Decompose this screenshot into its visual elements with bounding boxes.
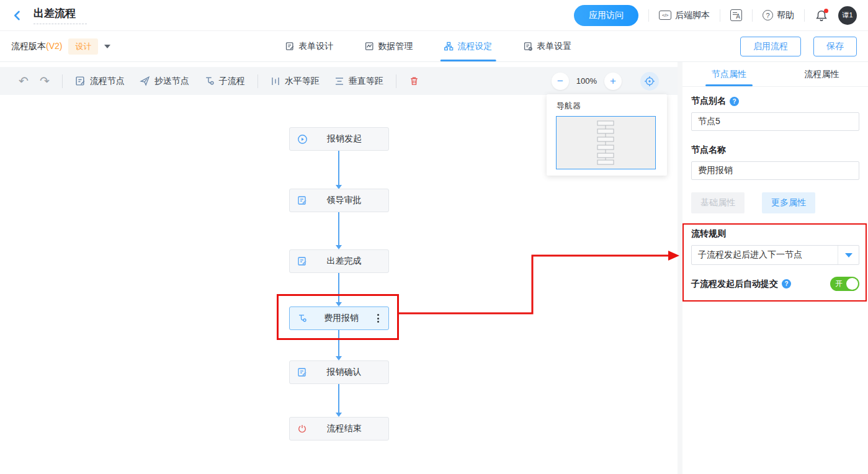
tab-form-settings[interactable]: 表单设置 [522, 31, 573, 61]
divider [720, 9, 720, 22]
properties-panel: 节点属性 流程属性 节点别名 ? 节点名称 基础属性 更多属性 流转规则 子流程… [682, 62, 868, 474]
zoom-out-button[interactable]: − [552, 73, 569, 90]
code-icon: </> [659, 11, 671, 20]
tab-form-design[interactable]: 表单设计 [284, 31, 334, 61]
doc-edit-icon [297, 367, 307, 377]
power-icon [297, 424, 307, 434]
vertical-space-button[interactable]: 垂直等距 [334, 76, 383, 87]
tab-data-manage[interactable]: 数据管理 [363, 31, 414, 61]
flow-rule-value: 子流程发起后进入下一节点 [692, 249, 838, 261]
back-icon[interactable] [11, 9, 25, 22]
flow-node-end[interactable]: 流程结束 [289, 417, 389, 440]
zoom-in-button[interactable]: + [604, 73, 622, 90]
tab-node-properties[interactable]: 节点属性 [682, 62, 776, 86]
flow-node-expense[interactable]: 费用报销 [289, 306, 389, 330]
navigator-minimap[interactable] [556, 116, 656, 169]
node-alias-label: 节点别名 ? [691, 96, 859, 107]
redo-icon[interactable]: ↷ [40, 75, 50, 87]
flow-node-approval[interactable]: 领导审批 [289, 189, 389, 212]
subheader: 流程版本(V2) 设计 表单设计 数据管理 流程设定 表单设置 启用流程 保存 [0, 31, 868, 62]
node-name-label: 节点名称 [691, 145, 859, 156]
help-button[interactable]: ? 帮助 [763, 10, 794, 21]
add-cc-node-button[interactable]: 抄送节点 [140, 76, 189, 87]
subflow-icon [297, 313, 307, 323]
page-title: 出差流程 [34, 6, 87, 20]
question-icon: ? [763, 10, 773, 20]
flow-rule-label: 流转规则 [691, 228, 859, 239]
flow-connector [338, 330, 339, 356]
undo-icon[interactable]: ↶ [19, 75, 29, 87]
canvas-toolbar: ↶ ↷ 流程节点 抄送节点 子流程 水平等距 [0, 67, 678, 95]
tab-process-properties[interactable]: 流程属性 [776, 62, 868, 86]
enable-process-button[interactable]: 启用流程 [740, 37, 801, 56]
main-area: ↶ ↷ 流程节点 抄送节点 子流程 水平等距 [0, 62, 868, 474]
version-caret-icon[interactable] [104, 45, 110, 48]
divider [804, 9, 805, 22]
navigator-title: 导航器 [547, 94, 667, 116]
avatar[interactable]: 谭1 [838, 6, 857, 25]
panel-scrollbar[interactable] [678, 62, 682, 474]
divider [257, 74, 258, 88]
notification-bell-icon[interactable] [815, 9, 828, 22]
flow-node-start[interactable]: 报销发起 [289, 127, 389, 151]
chevron-down-icon[interactable] [838, 246, 859, 264]
basic-properties-button[interactable]: 基础属性 [691, 192, 745, 213]
divider [62, 74, 63, 88]
module-tabs: 表单设计 数据管理 流程设定 表单设置 [284, 31, 573, 61]
title-underline [34, 24, 87, 24]
horizontal-space-button[interactable]: 水平等距 [271, 76, 320, 87]
flow-node-confirm[interactable]: 报销确认 [289, 360, 389, 384]
doc-edit-icon [297, 195, 307, 205]
node-name-input[interactable] [691, 161, 859, 180]
flow-node-trip-done[interactable]: 出差完成 [289, 249, 389, 273]
node-menu-icon[interactable] [375, 312, 381, 324]
flow-connector [338, 384, 339, 413]
design-badge[interactable]: 设计 [68, 38, 98, 55]
tab-process-design[interactable]: 流程设定 [442, 31, 493, 61]
add-subflow-button[interactable]: 子流程 [204, 76, 245, 87]
save-button[interactable]: 保存 [813, 37, 857, 56]
question-icon[interactable]: ? [730, 97, 739, 106]
flow-connector [338, 273, 339, 302]
version-label: 流程版本(V2) [11, 41, 62, 52]
version-tag: (V2) [46, 41, 62, 51]
navigator-panel: 导航器 [547, 94, 667, 176]
top-header: 出差流程 应用访问 </> 后端脚本 A ? 帮助 谭1 [0, 0, 868, 31]
add-process-node-button[interactable]: 流程节点 [75, 76, 125, 87]
doc-edit-icon [297, 256, 307, 266]
notification-dot [824, 9, 828, 13]
locate-icon[interactable] [640, 72, 659, 91]
more-properties-button[interactable]: 更多属性 [762, 192, 815, 213]
flow-connector [338, 212, 339, 245]
auto-submit-label: 子流程发起后自动提交 ? [691, 279, 791, 290]
divider [396, 74, 396, 88]
app-access-button[interactable]: 应用访问 [574, 5, 638, 26]
play-circle-icon [297, 134, 308, 145]
question-icon[interactable]: ? [782, 279, 791, 288]
auto-submit-toggle[interactable]: 开 [830, 277, 859, 291]
toggle-knob [846, 278, 858, 290]
flow-rule-select[interactable]: 子流程发起后进入下一节点 [691, 245, 859, 265]
divider [648, 9, 649, 22]
divider [752, 9, 753, 22]
node-alias-input[interactable] [691, 112, 859, 131]
translate-icon[interactable]: A [730, 9, 742, 21]
backend-script-button[interactable]: </> 后端脚本 [659, 10, 710, 21]
flow-connector [338, 151, 339, 185]
flow-canvas[interactable]: ↶ ↷ 流程节点 抄送节点 子流程 水平等距 [0, 62, 678, 474]
zoom-level: 100% [576, 76, 597, 86]
delete-icon[interactable] [409, 76, 419, 86]
